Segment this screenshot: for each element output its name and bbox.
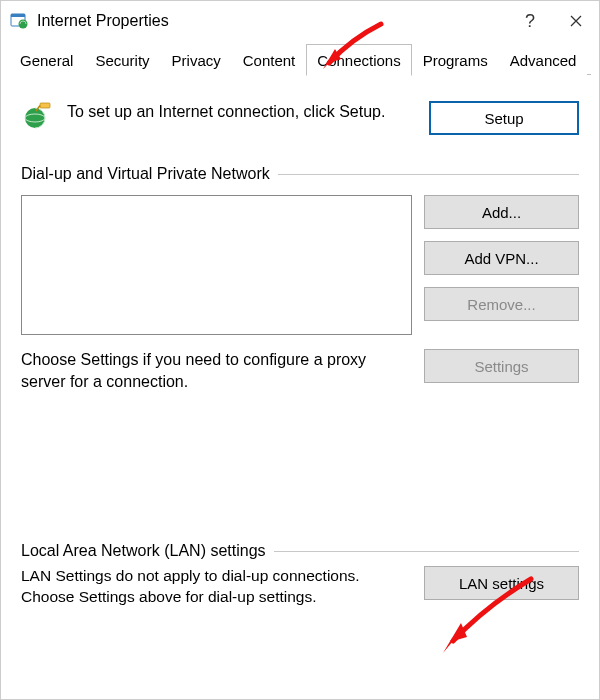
window-title: Internet Properties: [37, 12, 507, 30]
dialup-settings-button: Settings: [424, 349, 579, 383]
lan-heading: Local Area Network (LAN) settings: [21, 542, 579, 560]
proxy-description: Choose Settings if you need to configure…: [21, 349, 412, 392]
connections-listbox[interactable]: [21, 195, 412, 335]
dialup-heading-label: Dial-up and Virtual Private Network: [21, 165, 270, 183]
tab-security[interactable]: Security: [84, 45, 160, 75]
setup-description: To set up an Internet connection, click …: [67, 101, 415, 123]
add-button[interactable]: Add...: [424, 195, 579, 229]
titlebar: Internet Properties ?: [1, 1, 599, 41]
dialup-heading: Dial-up and Virtual Private Network: [21, 165, 579, 183]
lan-description: LAN Settings do not apply to dial-up con…: [21, 566, 412, 608]
svg-rect-1: [11, 14, 25, 17]
add-vpn-button[interactable]: Add VPN...: [424, 241, 579, 275]
divider: [274, 551, 579, 552]
lan-settings-button[interactable]: LAN settings: [424, 566, 579, 600]
svg-marker-7: [443, 623, 467, 653]
tab-connections[interactable]: Connections: [306, 44, 411, 76]
tab-privacy[interactable]: Privacy: [161, 45, 232, 75]
remove-button: Remove...: [424, 287, 579, 321]
divider: [278, 174, 579, 175]
app-icon: [9, 11, 29, 31]
svg-rect-5: [40, 103, 50, 108]
tab-general[interactable]: General: [9, 45, 84, 75]
setup-button[interactable]: Setup: [429, 101, 579, 135]
help-button[interactable]: ?: [507, 1, 553, 41]
lan-heading-label: Local Area Network (LAN) settings: [21, 542, 266, 560]
tab-strip: General Security Privacy Content Connect…: [1, 41, 599, 75]
close-button[interactable]: [553, 1, 599, 41]
tab-content[interactable]: Content: [232, 45, 307, 75]
globe-wizard-icon: [21, 101, 53, 131]
tab-programs[interactable]: Programs: [412, 45, 499, 75]
tab-advanced[interactable]: Advanced: [499, 45, 588, 75]
